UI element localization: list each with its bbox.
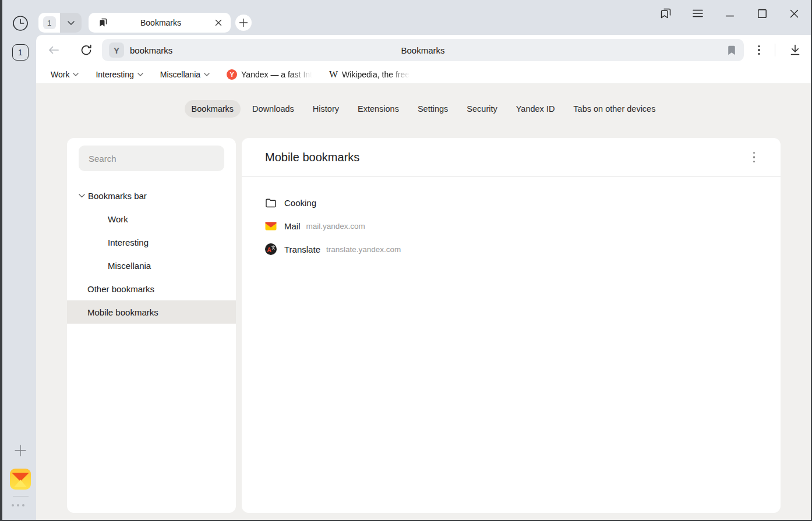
tree-item-other-bookmarks[interactable]: Other bookmarks	[67, 277, 236, 300]
tree-item-mobile-bookmarks[interactable]: Mobile bookmarks	[67, 300, 236, 324]
yandex-mail-favicon	[265, 220, 277, 232]
address-bar-page-title: Bookmarks	[102, 45, 744, 55]
address-bar[interactable]: Y bookmarks Bookmarks	[102, 39, 744, 61]
back-icon[interactable]	[47, 44, 61, 56]
download-icon[interactable]	[788, 43, 802, 57]
wikipedia-w-favicon: W	[329, 69, 338, 80]
yandex-favicon: Y	[227, 69, 237, 80]
tab-history[interactable]: History	[306, 100, 346, 118]
svg-text:A: A	[267, 246, 271, 253]
bookmarks-tree: Bookmarks bar Work Interesting Miscellan…	[67, 184, 236, 324]
tree-item-label: Bookmarks bar	[88, 191, 147, 201]
tab-title: Bookmarks	[108, 18, 213, 27]
tab-close-icon[interactable]	[213, 17, 224, 28]
folder-icon	[265, 197, 277, 208]
bookmarks-bar: Work Interesting Miscellania Y Yandex — …	[36, 65, 811, 83]
tree-item-work[interactable]: Work	[67, 207, 236, 231]
chevron-down-icon[interactable]	[79, 194, 86, 198]
yandex-translate-favicon: A	[265, 243, 277, 255]
page-title: Mobile bookmarks	[265, 151, 359, 164]
browser-toolbar: Y bookmarks Bookmarks	[36, 35, 811, 65]
tab-yandex-id[interactable]: Yandex ID	[509, 100, 562, 118]
app-sidebar: 1	[2, 0, 36, 521]
folder-label: Miscellania	[160, 70, 200, 79]
bookmarks-bar-link-yandex[interactable]: Y Yandex — a fast Int	[227, 69, 312, 80]
tree-item-bookmarks-bar[interactable]: Bookmarks bar	[67, 184, 236, 207]
bookmarks-bar-link-wikipedia[interactable]: W Wikipedia, the free	[329, 69, 409, 80]
bookmark-label: Cooking	[284, 198, 316, 208]
add-panel-icon[interactable]	[13, 444, 27, 458]
tab-group-count[interactable]: 1	[38, 13, 60, 33]
tab-counter-value: 1	[18, 48, 23, 57]
bookmarks-bar-folder-miscellania[interactable]: Miscellania	[160, 70, 210, 79]
tab-other-devices[interactable]: Tabs on other devices	[566, 100, 662, 118]
tree-item-interesting[interactable]: Interesting	[67, 231, 236, 254]
chevron-down-icon	[204, 73, 210, 76]
panel-kebab-menu-icon[interactable]	[751, 150, 758, 165]
chevron-down-icon	[73, 73, 79, 76]
minimize-icon[interactable]	[723, 6, 737, 20]
bookmarks-bar-folder-interesting[interactable]: Interesting	[96, 70, 143, 79]
list-item-cooking[interactable]: Cooking	[242, 191, 781, 214]
list-item-translate[interactable]: A Translate translate.yandex.com	[242, 238, 781, 261]
yandex-mail-app-icon[interactable]	[10, 469, 31, 490]
folder-label: Interesting	[96, 70, 133, 79]
tree-item-miscellania[interactable]: Miscellania	[67, 254, 236, 277]
tab-bookmarks[interactable]: Bookmarks	[185, 100, 241, 118]
tab-counter[interactable]: 1	[12, 44, 29, 61]
tab-group-chevron-down-icon[interactable]	[60, 13, 82, 33]
tab-group-chip[interactable]: 1	[38, 13, 82, 33]
tab-settings[interactable]: Settings	[411, 100, 455, 118]
tree-item-label: Work	[108, 214, 128, 224]
link-label: Yandex — a fast Int	[241, 70, 312, 79]
bookmark-label: Translate	[284, 244, 320, 254]
bookmark-tab-icon	[98, 17, 108, 28]
browser-tab-bookmarks[interactable]: Bookmarks	[89, 13, 231, 33]
tab-panels-icon[interactable]	[659, 6, 673, 20]
window-border-left	[0, 0, 2, 521]
tab-strip: 1 Bookmarks	[36, 0, 811, 35]
bookmark-url: mail.yandex.com	[306, 222, 365, 231]
manager-nav-tabs: Bookmarks Downloads History Extensions S…	[36, 100, 811, 118]
tab-extensions[interactable]: Extensions	[351, 100, 406, 118]
history-clock-icon[interactable]	[12, 15, 29, 31]
tab-downloads[interactable]: Downloads	[245, 100, 301, 118]
folder-label: Work	[51, 70, 69, 79]
maximize-icon[interactable]	[755, 6, 769, 20]
new-tab-button[interactable]	[235, 15, 252, 31]
site-favicon: Y	[109, 42, 124, 58]
panels-container: Bookmarks bar Work Interesting Miscellan…	[67, 138, 781, 513]
tree-item-label: Miscellania	[108, 261, 151, 271]
bookmarks-tree-panel: Bookmarks bar Work Interesting Miscellan…	[67, 138, 236, 513]
bookmark-flag-icon[interactable]	[728, 45, 736, 55]
link-label: Wikipedia, the free	[342, 70, 409, 79]
tab-security[interactable]: Security	[460, 100, 504, 118]
search-input[interactable]	[79, 146, 224, 171]
tree-item-label: Other bookmarks	[87, 284, 154, 294]
tab-group-badge: 1	[43, 16, 56, 29]
bookmarks-content-panel: Mobile bookmarks Cooking Mail mail.yande…	[242, 138, 781, 513]
toolbar-kebab-menu-icon[interactable]	[752, 43, 766, 57]
list-item-mail[interactable]: Mail mail.yandex.com	[242, 214, 781, 238]
tree-item-label: Mobile bookmarks	[87, 307, 158, 317]
sidebar-divider	[13, 496, 29, 497]
bookmarks-manager-page: Bookmarks Downloads History Extensions S…	[36, 83, 811, 520]
bookmarks-bar-folder-work[interactable]: Work	[51, 70, 79, 79]
chevron-down-icon	[137, 73, 143, 76]
bookmark-label: Mail	[284, 221, 301, 231]
close-icon[interactable]	[787, 6, 801, 20]
more-dots-icon[interactable]	[12, 504, 30, 506]
mail-body-shape	[14, 480, 27, 487]
window-controls	[659, 6, 801, 20]
toolbar-separator	[775, 44, 775, 56]
tree-item-label: Interesting	[108, 238, 149, 247]
menu-icon[interactable]	[691, 6, 705, 20]
panel-header: Mobile bookmarks	[242, 138, 781, 176]
bookmark-url: translate.yandex.com	[326, 245, 401, 254]
url-text[interactable]: bookmarks	[130, 45, 172, 55]
bookmarks-list: Cooking Mail mail.yandex.com A Translate…	[242, 177, 781, 261]
reload-icon[interactable]	[79, 43, 93, 57]
